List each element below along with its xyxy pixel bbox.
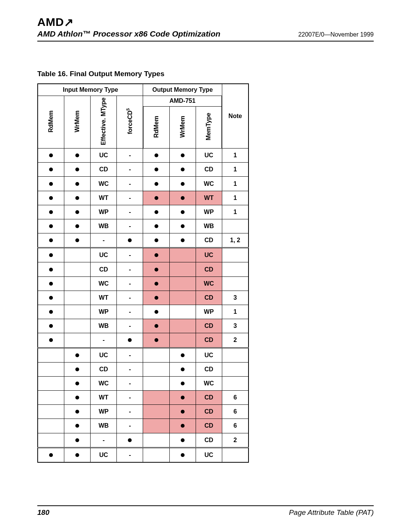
cell-memtype: CD [196,163,222,177]
bullet-icon [155,323,158,329]
table-row: WP-WP1 [38,305,249,319]
cell-forcecd: - [117,276,143,291]
bullet-icon [49,323,53,329]
cell-input-wrmem [64,276,91,291]
bullet-icon [155,252,158,258]
table-row: WB-CD3 [38,319,249,333]
cell-input-rdmem [38,248,64,262]
bullet-icon [49,152,53,158]
col-memtype: MemType [196,106,222,148]
cell-output-wrmem [169,177,196,191]
cell-input-wrmem [64,362,91,376]
bullet-icon [49,266,53,273]
cell-note: 6 [222,419,249,433]
table-row: CD-CD1 [38,163,249,177]
bullet-icon [75,437,79,443]
bullet-icon [49,252,53,258]
cell-output-wrmem [169,348,196,362]
cell-note [222,276,249,291]
cell-input-rdmem [38,362,64,376]
cell-input-wrmem [64,376,91,390]
cell-input-wrmem [64,149,91,163]
bullet-icon [155,308,158,315]
cell-memtype: WC [196,376,222,390]
cell-memtype: CD [196,319,222,333]
amd-logo-arrow-icon: ↗ [64,16,74,29]
cell-forcecd: - [117,391,143,405]
cell-output-rdmem [143,262,169,276]
cell-note: 2 [222,433,249,447]
cell-memtype: WC [196,276,222,291]
cell-memtype: WT [196,191,222,205]
bullet-icon [49,337,53,343]
bullet-icon [155,337,158,343]
cell-note: 1 [222,163,249,177]
cell-forcecd: - [117,163,143,177]
bullet-icon [181,352,185,358]
cell-forcecd: - [117,248,143,262]
col-wrmem: WrMem [64,96,91,149]
bullet-icon [155,209,158,215]
cell-output-rdmem [143,305,169,319]
cell-memtype: CD [196,391,222,405]
cell-output-wrmem [169,205,196,219]
cell-forcecd: - [117,376,143,390]
cell-output-rdmem [143,362,169,376]
bullet-icon [75,166,79,173]
table-row: WP-CD6 [38,405,249,419]
bullet-icon [155,266,158,273]
cell-input-wrmem [64,405,91,419]
table-row: UC-UC [38,348,249,362]
doc-revision: 22007E/0—November 1999 [298,31,374,38]
cell-effective-mtype: CD [91,262,117,276]
cell-effective-mtype: WT [91,191,117,205]
cell-output-wrmem [169,405,196,419]
cell-output-rdmem [143,191,169,205]
bullet-icon [155,166,158,173]
col-note: Note [222,84,249,149]
table-row: WB-CD6 [38,419,249,433]
cell-input-rdmem [38,433,64,447]
cell-input-rdmem [38,348,64,362]
cell-forcecd: - [117,205,143,219]
cell-input-rdmem [38,163,64,177]
col-group-output: Output Memory Type [143,84,222,96]
cell-memtype: CD [196,433,222,447]
cell-forcecd: - [117,405,143,419]
cell-input-rdmem [38,233,64,248]
cell-note: 6 [222,405,249,419]
cell-input-wrmem [64,219,91,233]
cell-output-wrmem [169,391,196,405]
cell-effective-mtype: - [91,433,117,447]
bullet-icon [75,152,79,158]
table-row: -CD1, 2 [38,233,249,248]
cell-output-rdmem [143,333,169,348]
cell-note [222,362,249,376]
cell-output-wrmem [169,376,196,390]
cell-forcecd: - [117,362,143,376]
bullet-icon [75,422,79,429]
cell-input-wrmem [64,319,91,333]
cell-input-wrmem [64,291,91,305]
cell-memtype: UC [196,348,222,362]
cell-effective-mtype: WB [91,319,117,333]
amd-logo-text: AMD [37,16,64,28]
cell-input-wrmem [64,177,91,191]
cell-output-wrmem [169,333,196,348]
cell-note [222,219,249,233]
cell-forcecd: - [117,419,143,433]
cell-forcecd [117,333,143,348]
cell-output-rdmem [143,219,169,233]
cell-output-rdmem [143,376,169,390]
bullet-icon [155,294,158,301]
cell-memtype: WP [196,205,222,219]
bullet-icon [75,352,79,358]
cell-output-rdmem [143,391,169,405]
cell-effective-mtype: UC [91,348,117,362]
cell-memtype: UC [196,447,222,462]
bullet-icon [75,366,79,372]
table-row: UC-UC [38,248,249,262]
cell-note: 3 [222,291,249,305]
cell-input-wrmem [64,205,91,219]
cell-forcecd: - [117,191,143,205]
